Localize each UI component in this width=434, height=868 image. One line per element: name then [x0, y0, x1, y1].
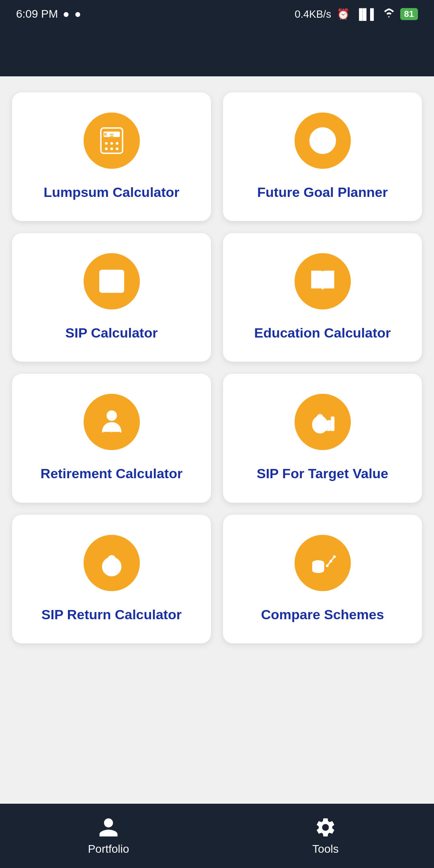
nav-portfolio[interactable]: Portfolio: [0, 810, 217, 862]
header-area: [0, 28, 434, 76]
svg-point-4: [116, 142, 119, 145]
main-content: Lumpsum CalculatorFuture Goal PlannerSIP…: [0, 76, 434, 804]
card-compare-schemes[interactable]: Compare Schemes: [223, 515, 422, 643]
svg-point-6: [110, 147, 113, 150]
card-retirement-calculator[interactable]: Retirement Calculator: [12, 374, 211, 502]
target-icon: [295, 113, 351, 169]
tools-grid: Lumpsum CalculatorFuture Goal PlannerSIP…: [12, 92, 422, 643]
moneybag-icon: [84, 535, 140, 591]
svg-rect-23: [314, 275, 319, 276]
card-education-calculator[interactable]: Education Calculator: [223, 233, 422, 362]
status-bar: 6:09 PM ● ● 0.4KB/s ⏰ ▐▌▌ 81: [0, 0, 434, 28]
coins-chart-icon: [295, 535, 351, 591]
calculator-icon: [84, 113, 140, 169]
gear-icon: [314, 816, 337, 839]
svg-rect-17: [113, 273, 121, 274]
dot2-icon: ●: [74, 8, 81, 20]
svg-point-7: [116, 147, 119, 150]
book-icon: [295, 253, 351, 309]
battery-indicator: 81: [400, 8, 418, 20]
svg-point-40: [329, 560, 332, 563]
status-right: 0.4KB/s ⏰ ▐▌▌ 81: [295, 7, 418, 21]
svg-rect-20: [113, 284, 121, 285]
svg-rect-16: [103, 286, 111, 288]
card-sip-calculator[interactable]: SIP Calculator: [12, 233, 211, 362]
retirement-calculator-label: Retirement Calculator: [41, 465, 182, 482]
speed: 0.4KB/s: [295, 8, 331, 20]
dot-icon: ●: [63, 8, 70, 20]
svg-rect-18: [113, 277, 121, 278]
sip-calculator-label: SIP Calculator: [66, 324, 158, 342]
sip-target-value-label: SIP For Target Value: [257, 465, 389, 482]
svg-point-3: [110, 142, 113, 145]
sip-return-calculator-label: SIP Return Calculator: [41, 606, 182, 623]
svg-rect-31: [323, 423, 327, 431]
svg-rect-26: [326, 278, 331, 280]
lumpsum-calculator-label: Lumpsum Calculator: [43, 183, 179, 201]
svg-rect-19: [113, 280, 121, 282]
svg-rect-25: [326, 275, 331, 276]
nav-tools[interactable]: Tools: [217, 810, 434, 862]
wifi-icon: [383, 7, 395, 21]
card-lumpsum-calculator[interactable]: Lumpsum Calculator: [12, 92, 211, 221]
card-future-goal-planner[interactable]: Future Goal Planner: [223, 92, 422, 221]
moneybag-chart-icon: [295, 394, 351, 450]
education-calculator-label: Education Calculator: [254, 324, 391, 342]
status-left: 6:09 PM ● ●: [16, 8, 81, 20]
svg-rect-30: [331, 417, 334, 431]
future-goal-planner-label: Future Goal Planner: [257, 183, 388, 201]
card-sip-return-calculator[interactable]: SIP Return Calculator: [12, 515, 211, 643]
bottom-nav: Portfolio Tools: [0, 804, 434, 868]
sip-icon: [84, 253, 140, 309]
alarm-icon: ⏰: [337, 8, 350, 20]
card-sip-target-value[interactable]: SIP For Target Value: [223, 374, 422, 502]
svg-point-37: [313, 561, 323, 565]
svg-point-27: [107, 411, 116, 420]
retirement-icon: [84, 394, 140, 450]
person-icon: [97, 816, 120, 839]
svg-rect-24: [314, 278, 319, 280]
portfolio-label: Portfolio: [88, 843, 129, 856]
svg-point-42: [326, 564, 328, 567]
signal-icon: ▐▌▌: [355, 8, 377, 20]
svg-point-41: [333, 555, 336, 558]
time: 6:09 PM: [16, 8, 58, 20]
compare-schemes-label: Compare Schemes: [261, 606, 384, 623]
svg-rect-29: [327, 420, 331, 431]
svg-point-5: [105, 147, 108, 150]
svg-point-15: [103, 276, 111, 283]
tools-label: Tools: [312, 843, 338, 856]
svg-point-2: [105, 142, 108, 145]
